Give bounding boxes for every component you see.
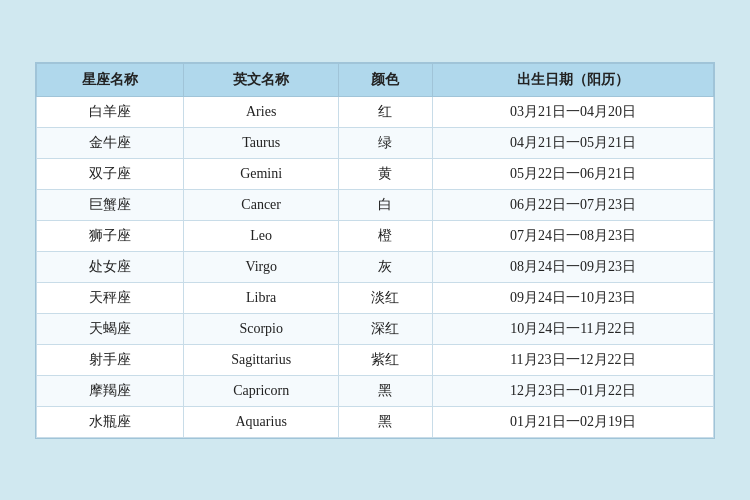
zodiac-table-container: 星座名称 英文名称 颜色 出生日期（阳历） 白羊座Aries红03月21日一04… — [35, 62, 715, 439]
table-row: 处女座Virgo灰08月24日一09月23日 — [37, 251, 714, 282]
cell-dates: 11月23日一12月22日 — [432, 344, 713, 375]
cell-color: 黑 — [339, 375, 433, 406]
cell-dates: 12月23日一01月22日 — [432, 375, 713, 406]
table-row: 金牛座Taurus绿04月21日一05月21日 — [37, 127, 714, 158]
table-row: 狮子座Leo橙07月24日一08月23日 — [37, 220, 714, 251]
cell-color: 淡红 — [339, 282, 433, 313]
cell-english: Cancer — [184, 189, 339, 220]
cell-dates: 03月21日一04月20日 — [432, 96, 713, 127]
cell-color: 黄 — [339, 158, 433, 189]
cell-color: 绿 — [339, 127, 433, 158]
cell-english: Libra — [184, 282, 339, 313]
cell-color: 橙 — [339, 220, 433, 251]
cell-chinese: 白羊座 — [37, 96, 184, 127]
cell-color: 紫红 — [339, 344, 433, 375]
cell-chinese: 水瓶座 — [37, 406, 184, 437]
cell-dates: 04月21日一05月21日 — [432, 127, 713, 158]
cell-dates: 07月24日一08月23日 — [432, 220, 713, 251]
cell-english: Taurus — [184, 127, 339, 158]
cell-chinese: 金牛座 — [37, 127, 184, 158]
zodiac-table: 星座名称 英文名称 颜色 出生日期（阳历） 白羊座Aries红03月21日一04… — [36, 63, 714, 438]
table-row: 巨蟹座Cancer白06月22日一07月23日 — [37, 189, 714, 220]
cell-chinese: 射手座 — [37, 344, 184, 375]
cell-dates: 06月22日一07月23日 — [432, 189, 713, 220]
table-row: 射手座Sagittarius紫红11月23日一12月22日 — [37, 344, 714, 375]
col-header-dates: 出生日期（阳历） — [432, 63, 713, 96]
cell-dates: 05月22日一06月21日 — [432, 158, 713, 189]
cell-english: Sagittarius — [184, 344, 339, 375]
cell-chinese: 摩羯座 — [37, 375, 184, 406]
cell-english: Gemini — [184, 158, 339, 189]
cell-color: 深红 — [339, 313, 433, 344]
cell-chinese: 天蝎座 — [37, 313, 184, 344]
cell-chinese: 处女座 — [37, 251, 184, 282]
table-row: 天秤座Libra淡红09月24日一10月23日 — [37, 282, 714, 313]
cell-chinese: 巨蟹座 — [37, 189, 184, 220]
cell-color: 灰 — [339, 251, 433, 282]
cell-chinese: 狮子座 — [37, 220, 184, 251]
cell-chinese: 天秤座 — [37, 282, 184, 313]
col-header-english: 英文名称 — [184, 63, 339, 96]
cell-chinese: 双子座 — [37, 158, 184, 189]
cell-english: Virgo — [184, 251, 339, 282]
cell-english: Aries — [184, 96, 339, 127]
table-row: 白羊座Aries红03月21日一04月20日 — [37, 96, 714, 127]
cell-dates: 09月24日一10月23日 — [432, 282, 713, 313]
cell-dates: 08月24日一09月23日 — [432, 251, 713, 282]
table-row: 天蝎座Scorpio深红10月24日一11月22日 — [37, 313, 714, 344]
cell-color: 红 — [339, 96, 433, 127]
cell-english: Capricorn — [184, 375, 339, 406]
cell-color: 黑 — [339, 406, 433, 437]
cell-english: Aquarius — [184, 406, 339, 437]
col-header-color: 颜色 — [339, 63, 433, 96]
cell-english: Scorpio — [184, 313, 339, 344]
cell-dates: 10月24日一11月22日 — [432, 313, 713, 344]
table-row: 摩羯座Capricorn黑12月23日一01月22日 — [37, 375, 714, 406]
table-row: 双子座Gemini黄05月22日一06月21日 — [37, 158, 714, 189]
col-header-chinese: 星座名称 — [37, 63, 184, 96]
table-row: 水瓶座Aquarius黑01月21日一02月19日 — [37, 406, 714, 437]
cell-color: 白 — [339, 189, 433, 220]
cell-english: Leo — [184, 220, 339, 251]
table-header-row: 星座名称 英文名称 颜色 出生日期（阳历） — [37, 63, 714, 96]
cell-dates: 01月21日一02月19日 — [432, 406, 713, 437]
